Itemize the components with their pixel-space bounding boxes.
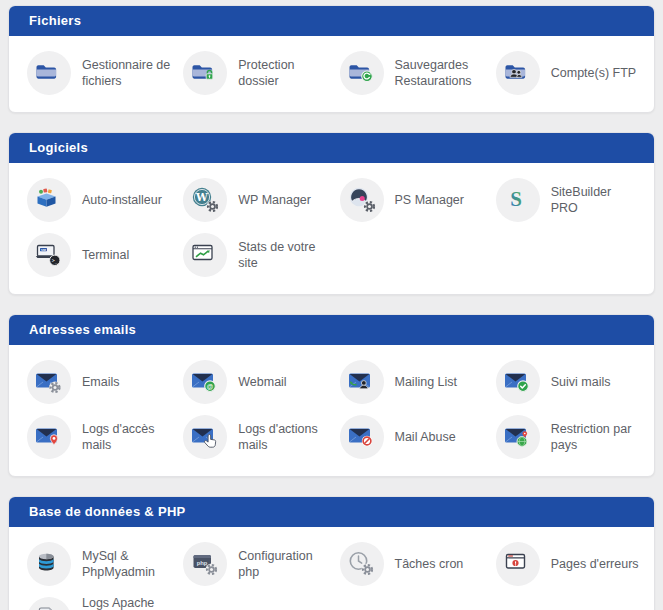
item-mysql-phpmyadmin[interactable]: MySql & PhpMyadmin (19, 538, 175, 590)
installer-box-icon (27, 178, 71, 222)
mail-globe-icon (496, 415, 540, 459)
item-label: Suivi mails (551, 374, 611, 390)
mail-at-icon: @ (183, 360, 227, 404)
hosting-control-panel: FichiersGestionnaire de fichiersProtecti… (0, 0, 663, 610)
svg-text:S: S (510, 187, 522, 211)
svg-text:W: W (195, 191, 208, 203)
sections-container: FichiersGestionnaire de fichiersProtecti… (8, 5, 655, 610)
item-label: Auto-installeur (82, 192, 162, 208)
item-label: Configuration php (238, 548, 327, 581)
item-mail-abuse[interactable]: Mail Abuse (332, 411, 488, 463)
item-logs-d-actions-mails[interactable]: Logs d'actions mails (175, 411, 331, 463)
section-body: MySql & PhpMyadminphpConfiguration phpTâ… (9, 527, 654, 610)
item-label: Emails (82, 374, 120, 390)
svg-text:>_: >_ (52, 257, 59, 264)
section-title: Base de données & PHP (9, 497, 654, 527)
item-wp-manager[interactable]: WWP Manager (175, 174, 331, 226)
section-body: Auto-installeurWWP ManagerPS ManagerSSit… (9, 163, 654, 294)
svg-text:php: php (197, 560, 208, 566)
item-label: MySql & PhpMyadmin (82, 548, 171, 581)
section-title: Adresses emails (9, 315, 654, 345)
mail-block-icon (340, 415, 384, 459)
section-logiciels: LogicielsAuto-installeurWWP ManagerPS Ma… (8, 132, 655, 295)
terminal-icon: SSH>_ (27, 233, 71, 277)
sitebuilder-icon: S (496, 178, 540, 222)
mail-hand-icon (183, 415, 227, 459)
folder-restore-icon (340, 51, 384, 95)
item-logs-d-acces-mails[interactable]: Logs d'accès mails (19, 411, 175, 463)
php-config-icon: php (183, 542, 227, 586)
section-title: Logiciels (9, 133, 654, 163)
folder-lock-icon (183, 51, 227, 95)
item-label: PS Manager (395, 192, 464, 208)
section-fichiers: FichiersGestionnaire de fichiersProtecti… (8, 5, 655, 113)
folder-icon (27, 51, 71, 95)
section-base-de-donnees-php: Base de données & PHPMySql & PhpMyadminp… (8, 496, 655, 610)
item-label: Gestionnaire de fichiers (82, 57, 171, 90)
item-label: Terminal (82, 247, 129, 263)
item-label: Sauvegardes Restaurations (395, 57, 484, 90)
item-label: Mailing List (395, 374, 458, 390)
item-label: Mail Abuse (395, 429, 456, 445)
svg-text:@: @ (207, 383, 213, 390)
item-configuration-php[interactable]: phpConfiguration php (175, 538, 331, 590)
error-page-icon (496, 542, 540, 586)
item-label: Compte(s) FTP (551, 65, 636, 81)
document-gear-icon (27, 597, 71, 610)
item-ps-manager[interactable]: PS Manager (332, 174, 488, 226)
cron-clock-icon (340, 542, 384, 586)
mail-gear-icon (27, 360, 71, 404)
item-restriction-par-pays[interactable]: Restriction par pays (488, 411, 644, 463)
item-mailing-list[interactable]: Mailing List (332, 356, 488, 408)
svg-text:SSH: SSH (41, 248, 46, 252)
item-sitebuilder-pro[interactable]: SSiteBuilder PRO (488, 174, 644, 226)
database-icon (27, 542, 71, 586)
site-stats-icon (183, 233, 227, 277)
item-label: Logs d'actions mails (238, 421, 327, 454)
item-auto-installeur[interactable]: Auto-installeur (19, 174, 175, 226)
mail-list-icon (340, 360, 384, 404)
item-emails[interactable]: Emails (19, 356, 175, 408)
item-stats-de-votre-site[interactable]: Stats de votre site (175, 229, 331, 281)
item-taches-cron[interactable]: Tâches cron (332, 538, 488, 590)
item-label: Logs d'accès mails (82, 421, 171, 454)
item-logs-apache-php-modsecurity[interactable]: Logs Apache PHP ModSecurity (19, 593, 175, 610)
mail-check-icon (496, 360, 540, 404)
section-adresses-emails: Adresses emailsEmails@WebmailMailing Lis… (8, 314, 655, 477)
section-body: Gestionnaire de fichiersProtection dossi… (9, 36, 654, 112)
item-protection-dossier[interactable]: Protection dossier (175, 47, 331, 99)
item-label: SiteBuilder PRO (551, 184, 640, 217)
mail-pin-icon (27, 415, 71, 459)
item-webmail[interactable]: @Webmail (175, 356, 331, 408)
item-label: Webmail (238, 374, 286, 390)
item-compte-s-ftp[interactable]: Compte(s) FTP (488, 47, 644, 99)
section-body: Emails@WebmailMailing ListSuivi mailsLog… (9, 345, 654, 476)
item-label: Logs Apache PHP ModSecurity (82, 595, 171, 610)
item-label: Tâches cron (395, 556, 464, 572)
item-sauvegardes-restaurations[interactable]: Sauvegardes Restaurations (332, 47, 488, 99)
item-label: WP Manager (238, 192, 311, 208)
item-pages-d-erreurs[interactable]: Pages d'erreurs (488, 538, 644, 590)
prestashop-icon (340, 178, 384, 222)
item-terminal[interactable]: SSH>_Terminal (19, 229, 175, 281)
item-suivi-mails[interactable]: Suivi mails (488, 356, 644, 408)
item-label: Pages d'erreurs (551, 556, 639, 572)
item-label: Protection dossier (238, 57, 327, 90)
item-label: Stats de votre site (238, 239, 327, 272)
item-label: Restriction par pays (551, 421, 640, 454)
item-gestionnaire-de-fichiers[interactable]: Gestionnaire de fichiers (19, 47, 175, 99)
wordpress-icon: W (183, 178, 227, 222)
folder-users-icon (496, 51, 540, 95)
section-title: Fichiers (9, 6, 654, 36)
